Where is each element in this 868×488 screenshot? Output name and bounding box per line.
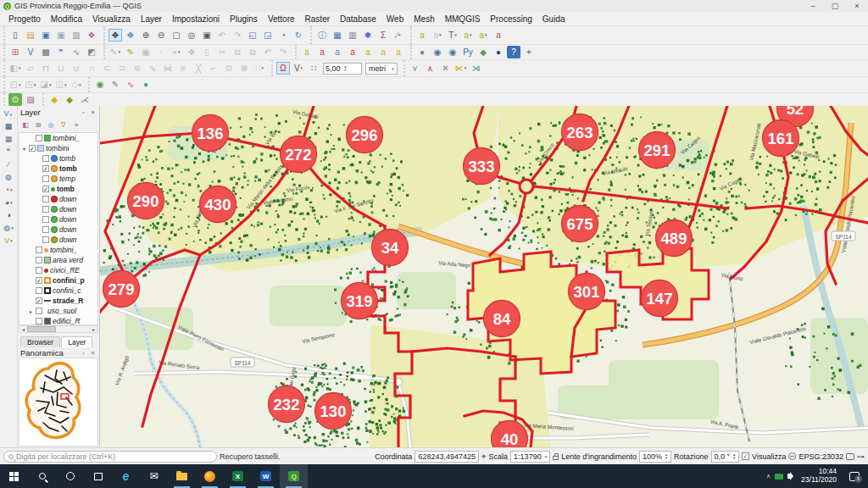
panel-tab-browser[interactable]: Browser — [20, 336, 60, 347]
layer-visibility-checkbox[interactable] — [42, 236, 49, 243]
layer-name[interactable]: tombini_ — [50, 246, 77, 254]
crs-button[interactable]: EPSG:23032 — [798, 452, 843, 461]
cortana-button[interactable] — [56, 464, 84, 488]
merge-attributes-icon[interactable]: ∩ — [85, 62, 98, 75]
new-temporary-scratch-layer-icon[interactable]: ∿ — [70, 46, 83, 58]
fill-ring-icon[interactable]: ⊂ — [100, 62, 114, 75]
delete-ring-icon[interactable]: ∿ — [146, 62, 159, 75]
zoom-full-icon[interactable]: ▢ — [170, 29, 183, 42]
open-project-icon[interactable]: ▤ — [24, 29, 37, 42]
minimize-button[interactable]: – — [802, 0, 824, 12]
select-by-radius-icon[interactable]: ◫▾ — [54, 79, 68, 92]
cluster-marker[interactable]: 675 — [562, 206, 598, 242]
add-ring-icon[interactable]: ⊃ — [115, 62, 129, 75]
taskbar-qgis-icon[interactable]: Q — [280, 464, 308, 488]
gps-tools-icon[interactable]: ✦ — [522, 46, 536, 58]
move-feature-icon[interactable]: ✥ — [185, 46, 198, 58]
rotation-input[interactable]: 0,0 °▲▼ — [711, 451, 740, 463]
layer-name[interactable]: down — [59, 225, 76, 234]
layer-item[interactable]: down — [19, 225, 97, 235]
layer-visibility-checkbox[interactable] — [42, 226, 49, 233]
field-calculator-icon[interactable]: ▥ — [346, 29, 359, 42]
deselect-all-icon[interactable]: ◇▾ — [70, 79, 83, 92]
label-toolbar-highlight-icon[interactable]: a — [300, 46, 314, 58]
add-oracle-layer-icon[interactable]: ◕▾ — [2, 197, 15, 208]
cluster-marker[interactable]: 291 — [639, 132, 676, 169]
menu-plugins[interactable]: Plugins — [225, 14, 263, 25]
redo-icon[interactable]: ↷ — [276, 46, 290, 58]
new-project-icon[interactable]: ▯ — [8, 29, 22, 42]
layer-name[interactable]: civici_RE — [50, 266, 80, 274]
layer-visibility-checkbox[interactable] — [42, 155, 49, 162]
cluster-marker[interactable]: 301 — [569, 274, 605, 310]
taskbar-clock[interactable]: 10:44 23/11/2020 — [798, 468, 840, 485]
qgis2threejs-settings-icon[interactable]: ◆ — [63, 93, 76, 106]
overview-map[interactable] — [19, 358, 98, 446]
layer-name[interactable]: tombini — [46, 144, 69, 152]
offset-point-symbols-icon[interactable]: ⊙ — [222, 62, 236, 75]
help-plugin-icon[interactable]: ? — [507, 46, 520, 58]
new-geopackage-layer-icon[interactable]: V — [24, 46, 37, 58]
cluster-marker[interactable]: 430 — [200, 186, 236, 223]
hidden-icons-chevron[interactable]: ∧ — [766, 473, 771, 480]
cluster-marker[interactable]: 136 — [192, 115, 229, 152]
temporal-controller-icon[interactable]: ◔ — [276, 29, 290, 42]
remove-snapping-icon[interactable]: ✕ — [439, 62, 453, 75]
taskbar-search-button[interactable] — [28, 464, 56, 488]
menu-guida[interactable]: Guida — [537, 14, 570, 25]
select-by-freehand-icon[interactable]: ◪▾ — [39, 79, 53, 92]
add-raster-layer-icon[interactable]: ▩ — [2, 121, 15, 132]
new-print-layout-icon[interactable]: ▥ — [70, 29, 83, 42]
layer-visibility-checkbox[interactable] — [36, 247, 42, 253]
cluster-marker[interactable]: 489 — [656, 220, 693, 257]
layer-item[interactable]: ✓strade_R — [19, 296, 97, 306]
cluster-marker[interactable]: 296 — [347, 117, 383, 153]
cluster-marker[interactable]: 84 — [484, 301, 520, 337]
taskbar-excel-icon[interactable]: X — [224, 464, 252, 488]
new-shapefile-layer-icon[interactable]: ▩ — [39, 46, 53, 58]
menu-processing[interactable]: Processing — [485, 14, 537, 25]
menu-progetto[interactable]: Progetto — [3, 14, 46, 25]
layer-name[interactable]: confini_p — [53, 276, 85, 285]
add-mesh-layer-icon[interactable]: ▦ — [2, 134, 15, 145]
map-canvas[interactable]: Via GobettiVia BraVia Martiri della Bett… — [100, 106, 868, 447]
split-features-icon[interactable]: ⊓ — [39, 62, 53, 75]
layer-name[interactable]: down — [59, 205, 76, 214]
maximize-button[interactable]: ▢ — [824, 0, 846, 12]
layer-item[interactable]: civici_RE — [19, 265, 97, 275]
task-view-button[interactable] — [84, 464, 112, 488]
manage-map-themes-icon[interactable]: ◎ — [46, 120, 56, 130]
trim-extend-icon[interactable]: ⊗ — [237, 62, 251, 75]
layer-visibility-checkbox[interactable] — [36, 257, 42, 263]
layer-name[interactable]: area verd — [53, 256, 83, 264]
zoom-to-selection-icon[interactable]: ◎ — [185, 29, 198, 42]
processing-tasks-icon[interactable]: ⊶ — [857, 452, 865, 461]
layer-visibility-checkbox[interactable] — [36, 308, 42, 314]
add-part-icon[interactable]: ≋ — [131, 62, 144, 75]
menu-web[interactable]: Web — [381, 14, 409, 25]
pan-map-icon[interactable]: ✥ — [108, 29, 122, 42]
locator-search-input[interactable]: Digita per localizzare (Ctrl+K) — [3, 451, 217, 463]
statistics-panel-icon[interactable]: Σ — [376, 29, 390, 42]
layer-name[interactable]: strade_R — [53, 297, 83, 305]
measure-line-icon[interactable]: ∕▾ — [392, 29, 405, 42]
expander-icon[interactable]: ▾ — [21, 146, 27, 152]
cluster-marker[interactable]: 34 — [372, 230, 409, 266]
menu-vettore[interactable]: Vettore — [263, 14, 300, 25]
taskbar-firefox-icon[interactable] — [196, 464, 224, 488]
refresh-map-icon[interactable]: ↻ — [292, 29, 305, 42]
share-export-icon[interactable]: ● — [139, 79, 153, 92]
profile-tool-icon[interactable]: ⋌ — [78, 93, 92, 106]
filter-legend-icon[interactable]: ∇ — [58, 120, 69, 130]
open-attribute-table-icon[interactable]: ▦ — [331, 29, 344, 42]
cluster-marker[interactable]: 161 — [763, 120, 799, 157]
new-3d-map-view-icon[interactable]: ◲ — [261, 29, 275, 42]
rotate-feature-icon[interactable]: ≡ — [176, 62, 190, 75]
layer-visibility-checkbox[interactable]: ✓ — [36, 277, 42, 284]
label-toolbar-pin-icon[interactable]: a — [315, 46, 329, 58]
layer-visibility-checkbox[interactable] — [42, 216, 49, 223]
panel-float-icon[interactable]: ▫ — [80, 109, 87, 115]
coordinate-input[interactable]: 628243,4947425 — [415, 451, 479, 463]
globe-view-icon[interactable]: ● — [492, 46, 505, 58]
menu-modifica[interactable]: Modifica — [46, 14, 87, 25]
